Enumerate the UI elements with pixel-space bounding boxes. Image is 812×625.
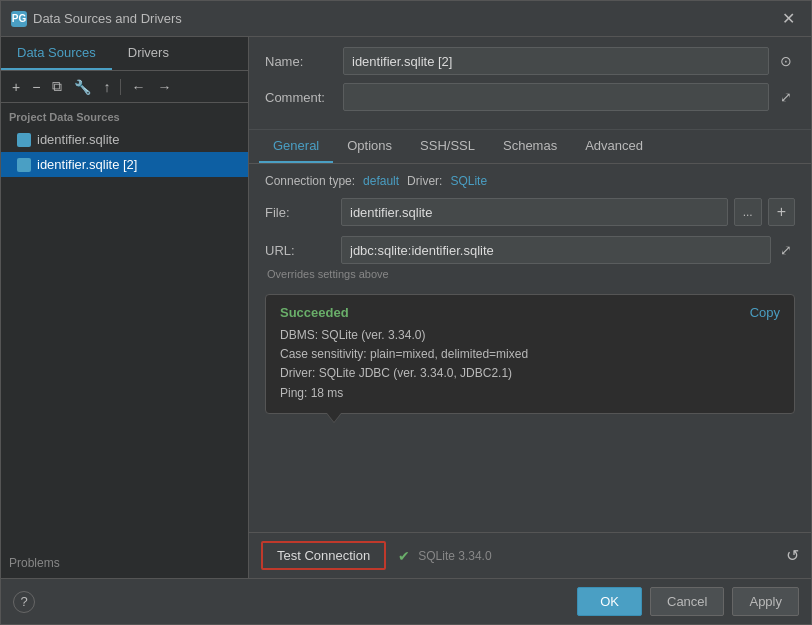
succeeded-label: Succeeded xyxy=(280,305,349,320)
dialog: PG Data Sources and Drivers ✕ Data Sourc… xyxy=(0,0,812,625)
cancel-button[interactable]: Cancel xyxy=(650,587,724,616)
name-expand-button[interactable]: ⊙ xyxy=(777,50,795,72)
comment-label: Comment: xyxy=(265,90,335,105)
tab-content-general: Connection type: default Driver: SQLite … xyxy=(249,164,811,532)
url-label: URL: xyxy=(265,243,335,258)
title-bar: PG Data Sources and Drivers ✕ xyxy=(1,1,811,37)
connection-type-value[interactable]: default xyxy=(363,174,399,188)
list-item[interactable]: identifier.sqlite xyxy=(1,127,248,152)
db-icon xyxy=(17,158,31,172)
test-connection-button[interactable]: Test Connection xyxy=(261,541,386,570)
file-label: File: xyxy=(265,205,335,220)
item-label: identifier.sqlite [2] xyxy=(37,157,137,172)
popup-line3: Driver: SQLite JDBC (ver. 3.34.0, JDBC2.… xyxy=(280,364,780,383)
tab-drivers[interactable]: Drivers xyxy=(112,37,185,70)
url-expand-button[interactable]: ⤢ xyxy=(777,239,795,261)
url-row: URL: ⤢ xyxy=(265,236,795,264)
overrides-text: Overrides settings above xyxy=(267,268,795,280)
popup-container: Succeeded Copy DBMS: SQLite (ver. 3.34.0… xyxy=(265,294,795,414)
back-button[interactable]: ← xyxy=(126,76,150,98)
item-label: identifier.sqlite xyxy=(37,132,119,147)
driver-value[interactable]: SQLite xyxy=(450,174,487,188)
popup-header: Succeeded Copy xyxy=(280,305,780,320)
left-tabs: Data Sources Drivers xyxy=(1,37,248,71)
right-panel: Name: ⊙ Comment: ⤢ General Options SSH/S… xyxy=(249,37,811,578)
popup-body: DBMS: SQLite (ver. 3.34.0) Case sensitiv… xyxy=(280,326,780,403)
ok-button[interactable]: OK xyxy=(577,587,642,616)
close-button[interactable]: ✕ xyxy=(776,7,801,30)
main-content: Data Sources Drivers + − ⧉ 🔧 ↑ ← → Proje… xyxy=(1,37,811,578)
left-toolbar: + − ⧉ 🔧 ↑ ← → xyxy=(1,71,248,103)
copy-datasource-button[interactable]: ⧉ xyxy=(47,75,67,98)
name-label: Name: xyxy=(265,54,335,69)
name-input[interactable] xyxy=(343,47,769,75)
file-row: File: ... + xyxy=(265,198,795,226)
name-row: Name: ⊙ xyxy=(265,47,795,75)
bottom-bar: Test Connection ✔ SQLite 3.34.0 ↺ xyxy=(249,532,811,578)
tab-ssh-ssl[interactable]: SSH/SSL xyxy=(406,130,489,163)
check-icon: ✔ xyxy=(398,548,410,564)
comment-input[interactable] xyxy=(343,83,769,111)
left-panel: Data Sources Drivers + − ⧉ 🔧 ↑ ← → Proje… xyxy=(1,37,249,578)
popup-line4: Ping: 18 ms xyxy=(280,384,780,403)
dialog-footer: ? OK Cancel Apply xyxy=(1,578,811,624)
db-icon xyxy=(17,133,31,147)
url-input[interactable] xyxy=(341,236,771,264)
app-icon: PG xyxy=(11,11,27,27)
tabs-nav: General Options SSH/SSL Schemas Advanced xyxy=(249,130,811,164)
footer-buttons: OK Cancel Apply xyxy=(577,587,799,616)
copy-link[interactable]: Copy xyxy=(750,305,780,320)
project-data-sources-label: Project Data Sources xyxy=(1,103,248,127)
add-datasource-button[interactable]: + xyxy=(7,76,25,98)
add-file-button[interactable]: + xyxy=(768,198,795,226)
title-bar-left: PG Data Sources and Drivers xyxy=(11,11,182,27)
popup-line1: DBMS: SQLite (ver. 3.34.0) xyxy=(280,326,780,345)
problems-section: Problems xyxy=(1,548,248,578)
tab-advanced[interactable]: Advanced xyxy=(571,130,657,163)
popup-line2: Case sensitivity: plain=mixed, delimited… xyxy=(280,345,780,364)
connection-type-row: Connection type: default Driver: SQLite xyxy=(265,174,795,188)
apply-button[interactable]: Apply xyxy=(732,587,799,616)
remove-datasource-button[interactable]: − xyxy=(27,76,45,98)
forward-button[interactable]: → xyxy=(152,76,176,98)
tab-options[interactable]: Options xyxy=(333,130,406,163)
driver-label: Driver: xyxy=(407,174,442,188)
dialog-title: Data Sources and Drivers xyxy=(33,11,182,26)
list-item[interactable]: identifier.sqlite [2] xyxy=(1,152,248,177)
browse-file-button[interactable]: ... xyxy=(734,198,762,226)
version-text: SQLite 3.34.0 xyxy=(418,549,778,563)
toolbar-separator xyxy=(120,79,121,95)
refresh-button[interactable]: ↺ xyxy=(786,546,799,565)
form-section: Name: ⊙ Comment: ⤢ xyxy=(249,37,811,130)
tab-general[interactable]: General xyxy=(259,130,333,163)
comment-row: Comment: ⤢ xyxy=(265,83,795,111)
import-button[interactable]: ↑ xyxy=(98,76,115,98)
connection-type-label: Connection type: xyxy=(265,174,355,188)
file-input[interactable] xyxy=(341,198,728,226)
popup-arrow-inner xyxy=(327,413,341,422)
tab-schemas[interactable]: Schemas xyxy=(489,130,571,163)
test-connection-popup: Succeeded Copy DBMS: SQLite (ver. 3.34.0… xyxy=(265,294,795,414)
problems-label: Problems xyxy=(9,556,60,570)
wrench-button[interactable]: 🔧 xyxy=(69,76,96,98)
help-button[interactable]: ? xyxy=(13,591,35,613)
comment-expand-button[interactable]: ⤢ xyxy=(777,86,795,108)
tab-data-sources[interactable]: Data Sources xyxy=(1,37,112,70)
